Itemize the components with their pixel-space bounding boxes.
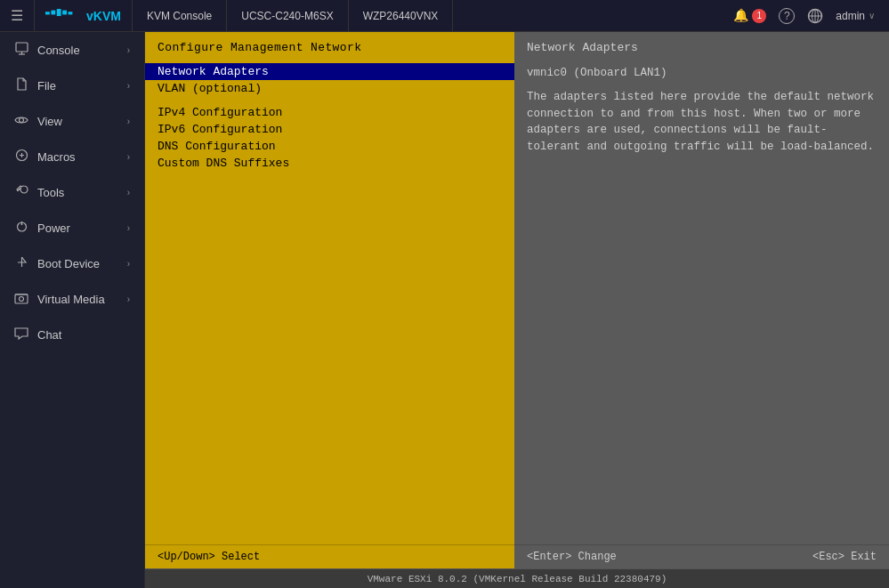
top-bar: ☰ vKVM KVM Console UCSC-C240-M6SX WZP264… [0, 0, 889, 32]
sidebar-item-tools-label: Tools [37, 186, 64, 199]
virtual-media-icon [14, 292, 28, 307]
console-chevron-icon: › [127, 45, 130, 55]
svg-rect-0 [45, 12, 50, 14]
svg-point-18 [20, 296, 24, 301]
top-tabs: KVM Console UCSC-C240-M6SX WZP26440VNX [133, 0, 719, 31]
sidebar-item-macros[interactable]: Macros › [0, 139, 144, 174]
svg-rect-17 [15, 294, 28, 303]
config-panel-title: Configure Management Network [145, 32, 514, 60]
config-status-text: <Up/Down> Select [158, 551, 260, 563]
bottom-bar: VMware ESXi 8.0.2 (VMKernel Release Buil… [145, 568, 889, 588]
username-label: admin [836, 10, 865, 22]
sidebar-item-tools[interactable]: Tools › [0, 174, 144, 210]
top-right-controls: 🔔 1 ? admin ∨ [719, 0, 889, 31]
power-chevron-icon: › [127, 223, 130, 233]
config-menu-item-custom-dns[interactable]: Custom DNS Suffixes [145, 155, 514, 172]
view-icon [14, 114, 28, 128]
kvm-screen[interactable]: Configure Management Network Network Ada… [145, 32, 889, 568]
desc-status-enter: <Enter> Change [527, 551, 617, 563]
chat-icon [14, 327, 28, 342]
view-chevron-icon: › [127, 117, 130, 126]
sidebar-item-console[interactable]: Console › [0, 32, 144, 68]
notification-badge: 1 [752, 9, 766, 23]
desc-panel-title: Network Adapters [514, 32, 889, 60]
config-menu-item-dns[interactable]: DNS Configuration [145, 138, 514, 155]
sidebar-item-power-label: Power [37, 222, 70, 235]
config-panel: Configure Management Network Network Ada… [145, 32, 514, 568]
desc-status-bar: <Enter> Change <Esc> Exit [514, 544, 889, 568]
hamburger-icon: ☰ [11, 7, 23, 25]
sidebar-item-virtual-media[interactable]: Virtual Media › [0, 281, 144, 317]
svg-rect-1 [51, 10, 55, 14]
tab-wzp[interactable]: WZP26440VNX [349, 0, 454, 31]
sidebar-item-virtual-media-label: Virtual Media [37, 293, 105, 306]
config-menu-spacer [145, 97, 514, 104]
config-menu-item-vlan[interactable]: VLAN (optional) [145, 80, 514, 97]
sidebar-item-boot-device[interactable]: Boot Device › [0, 246, 144, 281]
help-circle-icon: ? [779, 8, 795, 24]
user-menu[interactable]: admin ∨ [836, 10, 875, 22]
macros-chevron-icon: › [127, 152, 130, 162]
hamburger-button[interactable]: ☰ [0, 0, 35, 31]
desc-panel-description: The adapters listed here provide the def… [527, 89, 877, 156]
power-icon [14, 220, 28, 236]
sidebar-item-view[interactable]: View › [0, 103, 144, 139]
tab-ucsc[interactable]: UCSC-C240-M6SX [227, 0, 348, 31]
globe-button[interactable] [807, 8, 823, 24]
tab-kvm-console[interactable]: KVM Console [133, 0, 227, 31]
desc-panel-subtitle: vmnic0 (Onboard LAN1) [527, 65, 877, 82]
file-chevron-icon: › [127, 81, 130, 91]
svg-rect-3 [62, 10, 67, 14]
logo-area: vKVM [35, 0, 133, 31]
desc-panel-content: vmnic0 (Onboard LAN1) The adapters liste… [514, 60, 889, 544]
sidebar-item-boot-device-label: Boot Device [37, 257, 100, 270]
help-icon[interactable]: ? [779, 8, 795, 24]
content-area: Configure Management Network Network Ada… [145, 32, 889, 588]
file-icon [14, 77, 28, 93]
bell-icon: 🔔 [733, 8, 748, 23]
app-title: vKVM [86, 9, 121, 23]
sidebar-item-chat[interactable]: Chat [0, 317, 144, 352]
bottom-bar-text: VMware ESXi 8.0.2 (VMKernel Release Buil… [368, 574, 667, 584]
boot-device-icon [14, 255, 28, 271]
notification-icon[interactable]: 🔔 1 [733, 8, 766, 23]
main-area: Console › File › View › [0, 32, 889, 588]
sidebar-item-chat-label: Chat [37, 328, 61, 342]
globe-icon [807, 8, 823, 24]
macros-icon [14, 149, 28, 165]
config-menu-item-network-adapters[interactable]: Network Adapters [145, 63, 514, 80]
svg-rect-9 [16, 43, 28, 52]
sidebar-item-macros-label: Macros [37, 150, 76, 164]
virtual-media-chevron-icon: › [127, 294, 130, 304]
config-status-bar: <Up/Down> Select [145, 544, 514, 568]
desc-panel: Network Adapters vmnic0 (Onboard LAN1) T… [514, 32, 889, 568]
tools-chevron-icon: › [127, 188, 130, 197]
cisco-logo-icon [45, 8, 81, 24]
svg-rect-2 [57, 9, 61, 16]
sidebar-item-view-label: View [37, 115, 62, 128]
config-menu-item-ipv6[interactable]: IPv6 Configuration [145, 121, 514, 138]
svg-point-12 [20, 118, 24, 123]
tools-icon [14, 184, 28, 200]
user-chevron-icon: ∨ [869, 11, 875, 20]
sidebar-item-file-label: File [37, 79, 56, 93]
console-icon [14, 42, 28, 58]
sidebar-item-power[interactable]: Power › [0, 210, 144, 246]
sidebar: Console › File › View › [0, 32, 145, 588]
sidebar-item-console-label: Console [37, 44, 80, 57]
boot-device-chevron-icon: › [127, 259, 130, 269]
config-menu: Network Adapters VLAN (optional) IPv4 Co… [145, 60, 514, 544]
config-menu-item-ipv4[interactable]: IPv4 Configuration [145, 104, 514, 121]
svg-rect-4 [69, 12, 73, 14]
desc-status-esc: <Esc> Exit [812, 551, 877, 563]
sidebar-item-file[interactable]: File › [0, 68, 144, 103]
